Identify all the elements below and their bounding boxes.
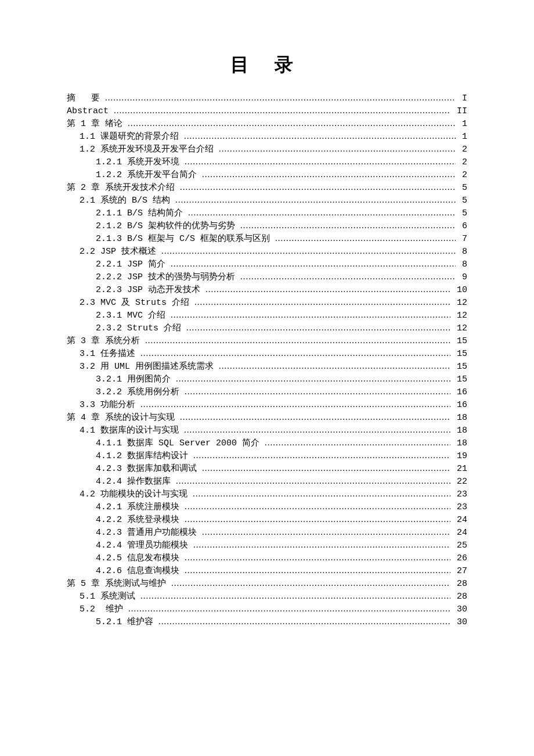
toc-leader-dots: [140, 590, 450, 602]
toc-entry[interactable]: 3.2.1 用例图简介 15: [67, 373, 467, 386]
toc-entry-label: 5.1 系统测试: [80, 591, 140, 603]
toc-leader-dots: [202, 168, 456, 181]
toc-entry[interactable]: 3.2 用 UML 用例图描述系统需求 15: [67, 360, 467, 373]
toc-entry-page: 25: [450, 539, 467, 552]
toc-entry[interactable]: 1.2.1 系统开发环境 2: [67, 156, 467, 168]
toc-entry[interactable]: 摘 要 I: [67, 92, 467, 105]
toc-entry-page: 2: [456, 156, 467, 168]
toc-leader-dots: [219, 360, 450, 372]
toc-entry[interactable]: 3.3 功能分析 16: [67, 398, 467, 411]
toc-entry[interactable]: 3.2.2 系统用例分析 16: [67, 386, 467, 398]
toc-entry[interactable]: 第 4 章 系统的设计与实现 18: [67, 411, 467, 424]
toc-entry[interactable]: 4.2.4 操作数据库 22: [67, 475, 467, 488]
toc-entry-page: 16: [450, 386, 467, 398]
toc-entry[interactable]: 2.3 MVC 及 Struts 介绍 12: [67, 296, 467, 309]
toc-entry[interactable]: 5.1 系统测试 28: [67, 590, 467, 603]
toc-leader-dots: [193, 539, 450, 551]
toc-leader-dots: [185, 156, 456, 168]
toc-entry[interactable]: 4.2.6 信息查询模块 27: [67, 564, 467, 577]
toc-leader-dots: [128, 117, 456, 129]
toc-leader-dots: [186, 322, 450, 334]
page: 目 录 摘 要 IAbstract II第 1 章 绪论 11.1 课题研究的背…: [0, 0, 534, 756]
toc-entry-page: 12: [450, 322, 467, 334]
toc-entry-page: 12: [450, 297, 467, 309]
toc-entry-page: 22: [450, 476, 467, 488]
toc-entry[interactable]: 3.1 任务描述 15: [67, 347, 467, 360]
toc-entry[interactable]: 2.3.1 MVC 介绍 12: [67, 309, 467, 322]
toc-entry[interactable]: 4.1 数据库的设计与实现 18: [67, 424, 467, 437]
toc-entry[interactable]: 2.2.2 JSP 技术的强势与弱势分析 9: [67, 271, 467, 283]
toc-entry-page: 5: [456, 195, 467, 207]
toc-leader-dots: [176, 373, 450, 385]
toc-leader-dots: [185, 386, 450, 398]
toc-leader-dots: [202, 462, 450, 474]
toc-entry-label: 第 3 章 系统分析: [67, 335, 145, 347]
toc-entry[interactable]: 1.1 课题研究的背景介绍 1: [67, 130, 467, 143]
toc-entry-label: 2.1 系统的 B/S 结构: [80, 195, 175, 207]
toc-entry-label: 第 4 章 系统的设计与实现: [67, 412, 180, 424]
toc-entry-label: 3.2 用 UML 用例图描述系统需求: [80, 361, 219, 373]
toc-entry-page: 24: [450, 527, 467, 539]
toc-entry[interactable]: 4.2.4 管理员功能模块 25: [67, 539, 467, 552]
toc-leader-dots: [145, 334, 450, 347]
toc-leader-dots: [188, 207, 456, 219]
toc-entry-label: 2.2.1 JSP 简介: [96, 258, 171, 271]
toc-entry[interactable]: 4.2.5 信息发布模块 26: [67, 552, 467, 564]
toc-entry[interactable]: 4.2 功能模块的设计与实现 23: [67, 488, 467, 501]
toc-entry-page: 23: [450, 501, 467, 513]
toc-entry[interactable]: 4.2.1 系统注册模块 23: [67, 501, 467, 513]
toc-entry[interactable]: 2.1.3 B/S 框架与 C/S 框架的联系与区别 7: [67, 232, 467, 245]
toc-entry[interactable]: 第 3 章 系统分析 15: [67, 334, 467, 347]
toc-leader-dots: [180, 411, 450, 423]
toc-entry[interactable]: 4.2.2 系统登录模块 24: [67, 513, 467, 526]
toc-entry[interactable]: 4.1.2 数据库结构设计 19: [67, 449, 467, 462]
toc-leader-dots: [185, 501, 450, 513]
toc-leader-dots: [176, 475, 450, 487]
toc-entry-label: 4.1 数据库的设计与实现: [80, 424, 184, 437]
toc-entry[interactable]: 第 2 章 系统开发技术介绍 5: [67, 181, 467, 194]
toc-entry[interactable]: 4.2.3 普通用户功能模块 24: [67, 526, 467, 539]
toc-leader-dots: [158, 615, 450, 628]
toc-entry-label: 4.2.1 系统注册模块: [96, 501, 185, 513]
table-of-contents: 摘 要 IAbstract II第 1 章 绪论 11.1 课题研究的背景介绍 …: [67, 92, 467, 628]
toc-entry[interactable]: 第 5 章 系统测试与维护 28: [67, 577, 467, 590]
toc-leader-dots: [205, 283, 450, 296]
toc-entry-page: 23: [450, 488, 467, 501]
toc-entry[interactable]: Abstract II: [67, 105, 467, 117]
toc-entry[interactable]: 2.3.2 Struts 介绍 12: [67, 322, 467, 334]
toc-entry[interactable]: 2.2 JSP 技术概述 8: [67, 245, 467, 258]
toc-entry-label: 4.1.2 数据库结构设计: [96, 450, 193, 462]
toc-entry[interactable]: 2.1.2 B/S 架构软件的优势与劣势 6: [67, 219, 467, 232]
toc-leader-dots: [105, 92, 456, 104]
toc-leader-dots: [171, 258, 456, 270]
toc-entry-label: 2.2 JSP 技术概述: [80, 246, 161, 258]
toc-entry[interactable]: 5.2 维护 30: [67, 603, 467, 615]
toc-entry-page: 10: [450, 284, 467, 296]
toc-entry-label: 摘 要: [67, 92, 105, 105]
toc-entry-label: 5.2 维护: [80, 603, 128, 615]
toc-entry[interactable]: 2.1 系统的 B/S 结构 5: [67, 194, 467, 207]
toc-entry[interactable]: 4.2.3 数据库加载和调试 21: [67, 462, 467, 475]
toc-entry[interactable]: 5.2.1 维护容 30: [67, 615, 467, 628]
toc-leader-dots: [240, 271, 456, 283]
toc-entry-label: 1.2.2 系统开发平台简介: [96, 169, 202, 181]
toc-leader-dots: [140, 398, 450, 411]
toc-entry-label: 4.2.2 系统登录模块: [96, 514, 185, 526]
toc-entry-page: 8: [456, 246, 467, 258]
toc-entry[interactable]: 第 1 章 绪论 1: [67, 117, 467, 130]
toc-entry-label: 2.1.2 B/S 架构软件的优势与劣势: [96, 220, 240, 232]
toc-entry[interactable]: 2.1.1 B/S 结构简介 5: [67, 207, 467, 219]
toc-entry-label: 3.1 任务描述: [80, 348, 140, 360]
toc-entry[interactable]: 2.2.1 JSP 简介 8: [67, 258, 467, 271]
toc-entry-label: 1.1 课题研究的背景介绍: [80, 131, 184, 143]
toc-leader-dots: [194, 296, 450, 308]
toc-leader-dots: [185, 552, 450, 564]
toc-entry-label: 1.2.1 系统开发环境: [96, 156, 185, 168]
toc-entry[interactable]: 4.1.1 数据库 SQL Server 2000 简介 18: [67, 437, 467, 449]
toc-entry[interactable]: 1.2 系统开发环境及开发平台介绍 2: [67, 143, 467, 156]
toc-leader-dots: [175, 194, 456, 206]
toc-entry[interactable]: 1.2.2 系统开发平台简介 2: [67, 168, 467, 181]
toc-entry-page: 19: [450, 450, 467, 462]
toc-entry-label: 4.2.4 管理员功能模块: [96, 539, 193, 552]
toc-entry[interactable]: 2.2.3 JSP 动态开发技术 10: [67, 283, 467, 296]
